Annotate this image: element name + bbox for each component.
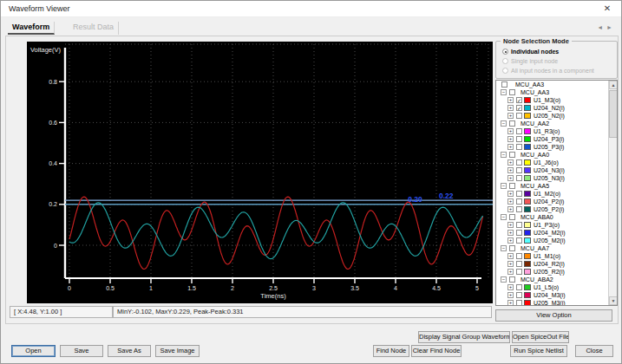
run-spice-netlist-button[interactable]: Run Spice Netlist <box>510 345 567 357</box>
tree-checkbox[interactable] <box>516 128 522 134</box>
tree-checkbox[interactable] <box>516 237 522 244</box>
tree-row[interactable]: +U1_R3(o) <box>496 127 609 135</box>
tree-row[interactable]: +U204_M2(i) <box>496 229 609 237</box>
tree-row[interactable]: +✓U1_M3(o) <box>496 96 609 104</box>
tree-checkbox[interactable] <box>516 175 522 181</box>
collapse-icon[interactable]: − <box>501 120 507 127</box>
expand-icon[interactable]: + <box>507 159 514 166</box>
collapse-icon[interactable]: − <box>501 245 507 251</box>
tab-result-data[interactable]: Result Data <box>69 22 119 35</box>
expand-icon[interactable]: + <box>507 206 514 212</box>
expand-icon[interactable]: + <box>507 292 514 298</box>
tree-row[interactable]: −MCU_AA2 <box>496 120 609 127</box>
tree-row[interactable]: −MCU_AA0 <box>496 151 609 159</box>
expand-icon[interactable]: + <box>507 269 514 275</box>
tree-row[interactable]: +U1_M1(o) <box>496 252 609 260</box>
tree-checkbox[interactable] <box>509 183 515 189</box>
clear-find-node-button[interactable]: Clear Find Node <box>411 345 462 357</box>
expand-icon[interactable]: + <box>507 105 514 111</box>
expand-icon[interactable]: + <box>507 97 514 103</box>
collapse-icon[interactable]: − <box>501 214 507 220</box>
open-spiceout-file-button[interactable]: Open SpiceOut File <box>512 331 569 343</box>
tree-checkbox[interactable] <box>516 159 522 166</box>
expand-icon[interactable]: + <box>507 144 514 150</box>
tree-row[interactable]: +U1_L5(o) <box>496 283 609 291</box>
tree-checkbox[interactable] <box>516 284 522 290</box>
tree-checkbox[interactable] <box>516 113 522 119</box>
scroll-down-icon[interactable]: ▼ <box>609 296 618 305</box>
tree-checkbox[interactable]: ✓ <box>516 97 522 103</box>
tree-checkbox[interactable] <box>516 144 522 150</box>
tree-checkbox[interactable] <box>509 152 515 158</box>
collapse-icon[interactable]: − <box>501 89 507 95</box>
tab-waveform[interactable]: Waveform <box>8 22 55 35</box>
collapse-icon[interactable]: − <box>501 183 507 189</box>
tab-scroll-arrows[interactable]: ◄► <box>597 24 616 30</box>
close-icon[interactable]: ✕ <box>600 3 614 15</box>
tree-checkbox[interactable] <box>509 214 515 220</box>
expand-icon[interactable]: + <box>507 261 514 267</box>
tree-row[interactable]: +✓U204_N2(i) <box>496 104 609 112</box>
expand-icon[interactable]: + <box>507 113 514 119</box>
tree-row[interactable]: −MCU_ABA2 <box>496 276 609 283</box>
scrollbar-thumb[interactable] <box>609 90 618 138</box>
expand-icon[interactable]: + <box>507 253 514 259</box>
tree-row[interactable]: +U204_R2(i) <box>496 260 609 268</box>
node-tree[interactable]: MCU_AA3−MCU_AA3+✓U1_M3(o)+✓U204_N2(i)+U2… <box>495 80 618 306</box>
save-image-button[interactable]: Save Image <box>155 345 200 357</box>
tree-row[interactable]: +U205_M3(i) <box>496 299 609 306</box>
collapse-icon[interactable]: − <box>501 276 507 283</box>
tree-row[interactable]: +U1_P3(o) <box>496 221 609 229</box>
tree-row[interactable]: MCU_AA3 <box>496 81 609 88</box>
tree-checkbox[interactable] <box>509 120 515 127</box>
tree-row[interactable]: +U205_P2(i) <box>496 205 609 213</box>
tree-checkbox[interactable] <box>509 89 515 95</box>
save-button[interactable]: Save <box>60 345 103 357</box>
tree-checkbox[interactable]: ✓ <box>516 105 522 111</box>
tree-checkbox[interactable] <box>509 276 515 283</box>
tree-row[interactable]: +U204_M3(i) <box>496 291 609 299</box>
find-node-button[interactable]: Find Node <box>373 345 409 357</box>
expand-icon[interactable]: + <box>507 230 514 236</box>
tree-row[interactable]: −MCU_AA3 <box>496 88 609 96</box>
expand-icon[interactable]: + <box>507 175 514 181</box>
tree-row[interactable]: −MCU_AA5 <box>496 182 609 190</box>
tree-row[interactable]: +U204_P2(i) <box>496 198 609 205</box>
expand-icon[interactable]: + <box>507 128 514 134</box>
tab-scroll-right-icon[interactable]: ► <box>606 24 616 30</box>
tree-row[interactable]: +U205_P3(i) <box>496 143 609 151</box>
tree-checkbox[interactable] <box>516 292 522 298</box>
expand-icon[interactable]: + <box>507 284 514 290</box>
tree-scrollbar[interactable]: ▲ ▼ <box>608 81 617 305</box>
collapse-icon[interactable]: − <box>501 152 507 158</box>
tree-row[interactable]: +U205_N2(i) <box>496 112 609 120</box>
tree-checkbox[interactable] <box>501 81 507 88</box>
tab-scroll-left-icon[interactable]: ◄ <box>597 24 606 30</box>
tree-checkbox[interactable] <box>516 167 522 173</box>
tree-checkbox[interactable] <box>516 253 522 259</box>
tree-checkbox[interactable] <box>516 206 522 212</box>
tree-row[interactable]: +U1_J6(o) <box>496 159 609 166</box>
tree-row[interactable]: +U205_N3(i) <box>496 174 609 182</box>
tree-row[interactable]: +U1_M2(o) <box>496 190 609 198</box>
tree-checkbox[interactable] <box>516 198 522 205</box>
tree-checkbox[interactable] <box>509 245 515 251</box>
expand-icon[interactable]: + <box>507 300 514 306</box>
expand-icon[interactable]: + <box>507 237 514 244</box>
expand-icon[interactable]: + <box>507 198 514 205</box>
save-as-button[interactable]: Save As <box>108 345 151 357</box>
radio-individual-nodes[interactable]: Individual nodes <box>502 49 559 56</box>
tree-row[interactable]: +U205_M2(i) <box>496 237 609 244</box>
expand-icon[interactable]: + <box>507 191 514 197</box>
tree-row[interactable]: +U205_R2(i) <box>496 268 609 276</box>
open-button[interactable]: Open <box>11 345 56 357</box>
tree-checkbox[interactable] <box>516 230 522 236</box>
waveform-canvas[interactable]: 00.20.40.60.800.511.522.533.544.55Voltag… <box>27 42 493 303</box>
scroll-up-icon[interactable]: ▲ <box>609 81 618 89</box>
tree-checkbox[interactable] <box>516 300 522 306</box>
expand-icon[interactable]: + <box>507 167 514 173</box>
tree-checkbox[interactable] <box>516 136 522 142</box>
tree-checkbox[interactable] <box>516 269 522 275</box>
tree-checkbox[interactable] <box>516 191 522 197</box>
view-option-button[interactable]: View Option <box>495 309 612 322</box>
